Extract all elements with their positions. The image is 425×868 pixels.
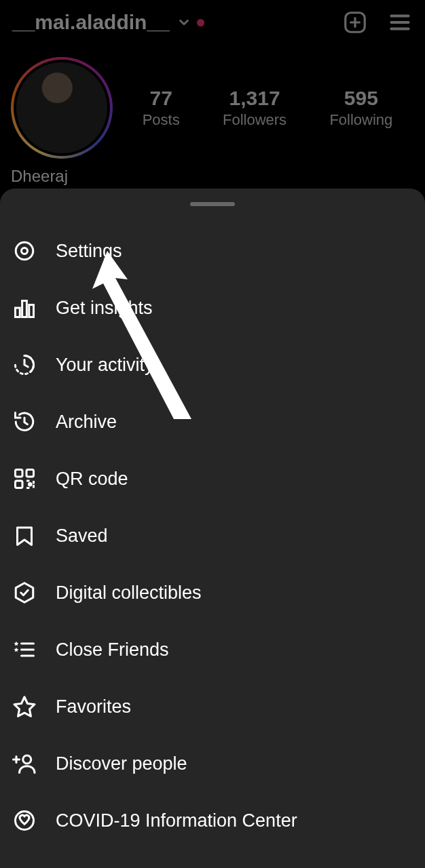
menu-label: Archive: [56, 412, 117, 433]
menu-label: COVID-19 Information Center: [56, 810, 297, 831]
menu-item-discover-people[interactable]: Discover people: [0, 735, 425, 792]
story-ring[interactable]: [11, 57, 113, 159]
discover-people-icon: [12, 751, 37, 776]
svg-point-7: [22, 248, 28, 254]
covid-info-icon: [12, 808, 37, 833]
sheet-drag-handle[interactable]: [190, 202, 235, 206]
menu-item-close-friends[interactable]: Close Friends: [0, 621, 425, 678]
svg-point-6: [16, 242, 33, 260]
menu-item-covid-info[interactable]: COVID-19 Information Center: [0, 792, 425, 849]
qr-code-icon: [12, 467, 37, 491]
insights-icon: [12, 296, 37, 320]
activity-icon: [12, 353, 37, 377]
followers-label: Followers: [223, 111, 287, 129]
svg-point-25: [16, 812, 34, 830]
svg-rect-10: [29, 305, 34, 317]
posts-stat[interactable]: 77 Posts: [143, 87, 180, 129]
archive-icon: [12, 410, 37, 434]
followers-stat[interactable]: 1,317 Followers: [223, 87, 287, 129]
menu-label: QR code: [56, 469, 128, 490]
avatar: [16, 62, 107, 153]
menu-item-favorites[interactable]: Favorites: [0, 678, 425, 735]
bookmark-icon: [12, 524, 37, 548]
svg-rect-13: [16, 481, 23, 488]
menu-item-archive[interactable]: Archive: [0, 393, 425, 450]
followers-count: 1,317: [223, 87, 287, 110]
menu-label: Settings: [56, 241, 122, 262]
gear-icon: [12, 239, 37, 263]
hamburger-bottom-sheet: Settings Get insights Your activity Arch…: [0, 189, 425, 868]
svg-rect-9: [22, 301, 27, 317]
hexagon-check-icon: [12, 580, 37, 605]
svg-point-22: [23, 755, 31, 764]
svg-marker-20: [14, 648, 19, 652]
chevron-down-icon[interactable]: [177, 15, 191, 30]
menu-item-insights[interactable]: Get insights: [0, 279, 425, 336]
posts-count: 77: [143, 87, 180, 110]
profile-stats-row: 77 Posts 1,317 Followers 595 Following: [0, 41, 425, 159]
svg-rect-8: [16, 308, 20, 317]
menu-label: Get insights: [56, 298, 153, 319]
menu-label: Digital collectibles: [56, 583, 202, 604]
menu-label: Saved: [56, 526, 108, 547]
menu-item-activity[interactable]: Your activity: [0, 336, 425, 393]
close-friends-icon: [12, 637, 37, 662]
menu-label: Close Friends: [56, 639, 169, 660]
menu-label: Your activity: [56, 355, 154, 376]
username-switcher[interactable]: __mai.aladdin__: [12, 11, 170, 34]
profile-topbar: __mai.aladdin__: [0, 0, 425, 41]
svg-marker-21: [14, 697, 35, 717]
menu-label: Favorites: [56, 696, 131, 717]
menu-item-settings[interactable]: Settings: [0, 222, 425, 279]
notification-dot: [197, 19, 204, 26]
svg-point-14: [29, 483, 31, 486]
star-icon: [12, 694, 37, 719]
svg-rect-12: [26, 470, 34, 477]
menu-item-qr-code[interactable]: QR code: [0, 450, 425, 507]
svg-marker-19: [14, 642, 19, 646]
create-icon[interactable]: [342, 9, 368, 35]
posts-label: Posts: [143, 111, 180, 129]
following-label: Following: [329, 111, 392, 129]
menu-item-digital-collectibles[interactable]: Digital collectibles: [0, 564, 425, 621]
svg-rect-11: [16, 470, 23, 477]
following-stat[interactable]: 595 Following: [329, 87, 392, 129]
hamburger-menu-icon[interactable]: [387, 9, 413, 35]
menu-label: Discover people: [56, 753, 187, 774]
menu-item-saved[interactable]: Saved: [0, 507, 425, 564]
following-count: 595: [329, 87, 392, 110]
profile-display-name: Dheeraj: [0, 159, 425, 186]
